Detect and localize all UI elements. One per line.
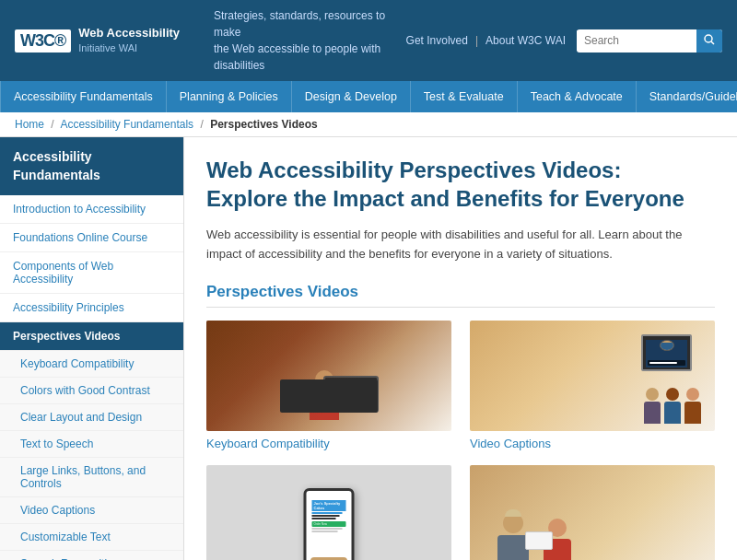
video-thumb-customizable — [470, 465, 715, 560]
nav-item-standards[interactable]: Standards/Guidelines — [637, 81, 737, 112]
video-card-contrast[interactable]: Joe's Specialty Cakes Order Now — [206, 465, 451, 560]
breadcrumb: Home / Accessibility Fundamentals / Pers… — [0, 112, 737, 137]
sidebar-sublink-customizable[interactable]: Customizable Text — [0, 524, 183, 551]
sidebar-sublink-large-links[interactable]: Large Links, Buttons, and Controls — [0, 458, 183, 497]
breadcrumb-section[interactable]: Accessibility Fundamentals — [60, 118, 193, 131]
video-thumb-keyboard — [206, 321, 451, 431]
header-right: Get Involved | About W3C WAI — [406, 29, 722, 52]
breadcrumb-current: Perspectives Videos — [210, 118, 318, 131]
search-icon — [704, 34, 715, 45]
wai-title: Web Accessibility Initiative WAI — [78, 26, 180, 54]
logo-area: W3C® Web Accessibility Initiative WAI — [15, 26, 199, 54]
sidebar-link-components[interactable]: Components of Web Accessibility — [0, 252, 183, 294]
main-content: Web Accessibility Perspectives Videos: E… — [184, 137, 737, 560]
header-links: Get Involved | About W3C WAI — [406, 34, 566, 47]
search-input[interactable] — [577, 30, 696, 51]
nav-item-design[interactable]: Design & Develop — [292, 81, 411, 112]
video-card-customizable[interactable]: Customizable Text — [470, 465, 715, 560]
sidebar-title: Accessibility Fundamentals — [0, 137, 183, 195]
video-thumb-captions — [470, 321, 715, 431]
video-thumb-contrast: Joe's Specialty Cakes Order Now — [206, 465, 451, 560]
nav-item-planning[interactable]: Planning & Policies — [167, 81, 292, 112]
site-header: W3C® Web Accessibility Initiative WAI St… — [0, 0, 737, 81]
video-card-keyboard[interactable]: Keyboard Compatibility — [206, 321, 451, 450]
svg-point-0 — [705, 35, 712, 42]
page-intro: Web accessibility is essential for peopl… — [206, 226, 715, 264]
sidebar-link-foundations[interactable]: Foundations Online Course — [0, 224, 183, 252]
sidebar-sublink-keyboard[interactable]: Keyboard Compatibility — [0, 351, 183, 378]
about-link[interactable]: About W3C WAI — [485, 34, 566, 47]
search-button[interactable] — [696, 29, 722, 52]
sidebar-sublink-speech[interactable]: Speech Recognition — [0, 551, 183, 560]
nav-item-teach[interactable]: Teach & Advocate — [518, 81, 637, 112]
breadcrumb-home[interactable]: Home — [15, 118, 44, 131]
page-title: Web Accessibility Perspectives Videos: E… — [206, 156, 715, 213]
sidebar: Accessibility Fundamentals Introduction … — [0, 137, 184, 560]
sidebar-sublink-captions[interactable]: Video Captions — [0, 497, 183, 524]
sidebar-sublink-layout[interactable]: Clear Layout and Design — [0, 404, 183, 431]
main-layout: Accessibility Fundamentals Introduction … — [0, 137, 737, 560]
sidebar-link-principles[interactable]: Accessibility Principles — [0, 294, 183, 322]
header-tagline: Strategies, standards, resources to make… — [214, 7, 392, 74]
svg-line-1 — [711, 41, 714, 44]
w3c-logo[interactable]: W3C® — [15, 29, 71, 52]
video-grid: Keyboard Compatibility — [206, 321, 715, 560]
get-involved-link[interactable]: Get Involved — [406, 34, 468, 47]
nav-item-fundamentals[interactable]: Accessibility Fundamentals — [0, 81, 167, 112]
sidebar-sublink-colors[interactable]: Colors with Good Contrast — [0, 378, 183, 404]
main-nav: Accessibility Fundamentals Planning & Po… — [0, 81, 737, 112]
video-label-keyboard: Keyboard Compatibility — [206, 437, 451, 450]
sidebar-link-intro[interactable]: Introduction to Accessibility — [0, 195, 183, 224]
sidebar-link-perspectives[interactable]: Perspectives Videos — [0, 322, 183, 351]
nav-item-test[interactable]: Test & Evaluate — [411, 81, 518, 112]
search-box — [577, 29, 722, 52]
sidebar-sublink-tts[interactable]: Text to Speech — [0, 431, 183, 458]
section-title: Perspectives Videos — [206, 283, 715, 308]
video-card-captions[interactable]: Video Captions — [470, 321, 715, 450]
video-label-captions: Video Captions — [470, 437, 715, 450]
